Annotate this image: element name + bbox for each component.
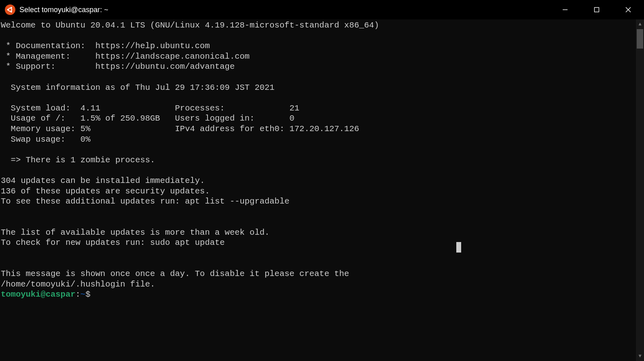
sysinfo-line: Memory usage: 5% IPv4 address for eth0: … xyxy=(1,124,359,134)
scrollbar[interactable]: ▲ ▼ xyxy=(636,19,644,361)
motd-welcome: Welcome to Ubuntu 20.04.1 LTS (GNU/Linux… xyxy=(1,21,379,30)
stale-line: To check for new updates run: sudo apt u… xyxy=(1,238,225,247)
minimize-button[interactable] xyxy=(549,0,581,19)
svg-point-1 xyxy=(7,9,8,11)
motd-mgmt-link: * Management: https://landscape.canonica… xyxy=(1,52,250,61)
scroll-thumb[interactable] xyxy=(637,29,643,49)
prompt-dollar: $ xyxy=(85,290,90,299)
sysinfo-line: System load: 4.11 Processes: 21 xyxy=(1,104,299,113)
scroll-up-icon[interactable]: ▲ xyxy=(636,19,644,29)
stale-line: The list of available updates is more th… xyxy=(1,228,269,237)
updates-line: To see these additional updates run: apt… xyxy=(1,197,290,206)
hushlogin-line: /home/tomoyuki/.hushlogin file. xyxy=(1,280,155,289)
hushlogin-line: This message is shown once once a day. T… xyxy=(1,269,349,278)
selection-cursor xyxy=(456,242,461,253)
scroll-down-icon[interactable]: ▼ xyxy=(636,351,644,361)
sysinfo-line: Swap usage: 0% xyxy=(1,135,90,144)
svg-point-2 xyxy=(11,7,12,8)
sysinfo-header: System information as of Thu Jul 29 17:3… xyxy=(1,83,275,92)
prompt-userhost: tomoyuki@caspar xyxy=(1,290,76,299)
maximize-button[interactable] xyxy=(581,0,612,19)
window-title: Select tomoyuki@caspar: ~ xyxy=(19,6,108,14)
prompt-path: ~ xyxy=(80,290,85,299)
motd-doc-link: * Documentation: https://help.ubuntu.com xyxy=(1,41,210,51)
svg-point-3 xyxy=(11,11,12,13)
updates-line: 304 updates can be installed immediately… xyxy=(1,176,205,185)
svg-point-0 xyxy=(8,8,12,11)
close-button[interactable] xyxy=(612,0,644,19)
svg-rect-5 xyxy=(595,8,599,12)
sysinfo-line: Usage of /: 1.5% of 250.98GB Users logge… xyxy=(1,114,294,123)
motd-support-link: * Support: https://ubuntu.com/advantage xyxy=(1,62,235,71)
prompt-colon: : xyxy=(76,290,80,299)
updates-line: 136 of these updates are security update… xyxy=(1,187,210,196)
titlebar: Select tomoyuki@caspar: ~ xyxy=(0,0,644,19)
ubuntu-icon xyxy=(5,4,15,15)
zombie-notice: => There is 1 zombie process. xyxy=(1,155,155,165)
window-controls xyxy=(549,0,644,19)
terminal-output[interactable]: Welcome to Ubuntu 20.04.1 LTS (GNU/Linux… xyxy=(0,19,644,361)
